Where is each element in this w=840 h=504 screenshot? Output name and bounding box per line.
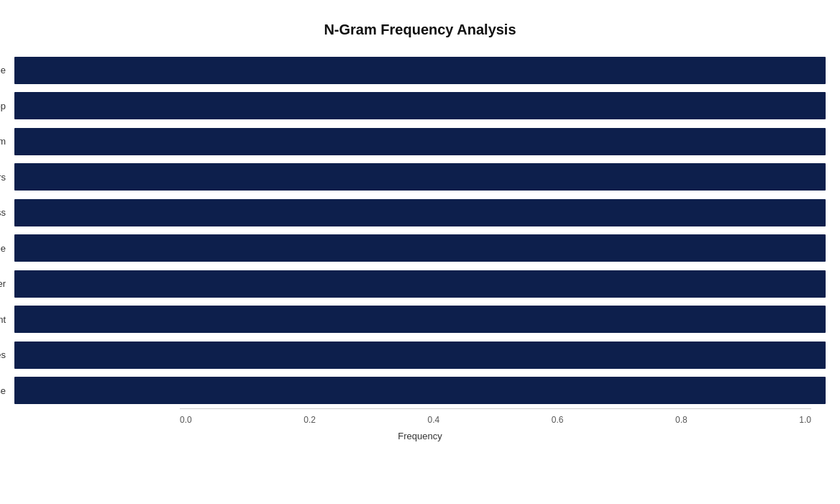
bar-row: app telegram users: [14, 160, 826, 196]
bar-label: number relevant authorities: [0, 349, 14, 360]
bar: [14, 270, 826, 298]
x-axis: 0.00.20.40.60.81.0: [180, 408, 811, 425]
bar-label: phone number relevant: [0, 314, 14, 325]
bar: [14, 57, 826, 84]
bar-row: address phone number: [14, 266, 826, 302]
bar-label: address phone number: [0, 278, 14, 289]
x-tick: 0.2: [303, 415, 316, 425]
x-axis-label: Frequency: [14, 431, 826, 441]
bar: [14, 128, 826, 155]
bar-label: telegram users address: [0, 207, 14, 218]
bar-label: app telegram users: [0, 172, 14, 183]
bar-row: telegram users address: [14, 195, 826, 231]
chart-container: N-Gram Frequency Analysis hash bloomberg…: [0, 0, 840, 504]
bar-row: message app telegram: [14, 124, 826, 160]
bar-row: users address phone: [14, 231, 826, 267]
bar: [14, 199, 826, 226]
x-tick: 0.6: [552, 415, 564, 425]
bar: [14, 306, 826, 333]
bars-section: hash bloomberg messagebloomberg message …: [14, 52, 826, 408]
x-tick: 1.0: [799, 415, 811, 425]
bar-label: hash bloomberg message: [0, 65, 14, 75]
bar: [14, 342, 826, 369]
bar-row: phone number relevant: [14, 302, 826, 338]
x-tick: 0.4: [428, 415, 440, 425]
bar-label: relevant authorities response: [0, 385, 14, 396]
bar: [14, 234, 826, 262]
bar-row: relevant authorities response: [14, 373, 826, 409]
bar: [14, 163, 826, 191]
bar-row: number relevant authorities: [14, 337, 826, 373]
chart-title: N-Gram Frequency Analysis: [14, 14, 826, 38]
bar: [14, 377, 826, 404]
bar-label: message app telegram: [0, 136, 14, 147]
bar-row: hash bloomberg message: [14, 52, 826, 88]
x-tick: 0.0: [180, 415, 192, 425]
bar-label: bloomberg message app: [0, 101, 14, 111]
chart-area: hash bloomberg messagebloomberg message …: [14, 52, 826, 441]
x-tick: 0.8: [675, 415, 688, 425]
bar-label: users address phone: [0, 243, 14, 254]
bar: [14, 92, 826, 119]
bar-row: bloomberg message app: [14, 88, 826, 124]
